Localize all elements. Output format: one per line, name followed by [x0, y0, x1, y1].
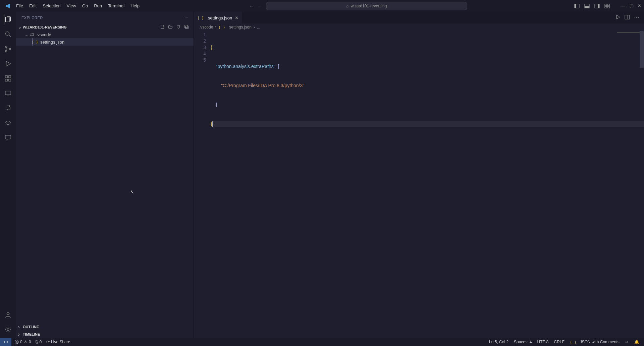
status-feedback-icon[interactable]: ☺ [625, 340, 629, 344]
svg-rect-7 [607, 4, 609, 6]
breadcrumb[interactable]: .vscode › settings.json › ... [194, 23, 644, 31]
status-encoding[interactable]: UTF-8 [537, 340, 548, 344]
activity-account-icon[interactable] [4, 310, 12, 319]
file-tree: .vscode settings.json [16, 31, 194, 323]
tab-label: settings.json [208, 15, 232, 20]
refresh-icon[interactable] [176, 24, 181, 30]
tree-folder-label: .vscode [36, 32, 51, 37]
search-icon: ⌕ [346, 4, 348, 8]
tab-close-icon[interactable]: ✕ [235, 15, 238, 20]
activity-python-icon[interactable] [4, 104, 12, 112]
line-gutter: 1 2 3 4 5 [194, 31, 211, 338]
status-live-share[interactable]: ⟳Live Share [46, 340, 70, 344]
minimize-icon[interactable]: — [621, 3, 626, 8]
scrollbar-thumb[interactable] [640, 31, 644, 68]
section-timeline[interactable]: Timeline [16, 331, 194, 338]
activity-extensions-icon[interactable] [4, 74, 12, 83]
code-token: "python.analysis.extraPaths" [216, 64, 275, 69]
breadcrumb-file[interactable]: settings.json [229, 25, 252, 30]
svg-rect-15 [5, 76, 7, 78]
titlebar: File Edit Selection View Go Run Terminal… [0, 0, 644, 12]
menu-help[interactable]: Help [128, 2, 142, 10]
split-editor-icon[interactable] [625, 14, 630, 21]
code-token: : [ [275, 64, 279, 69]
remote-indicator[interactable] [0, 338, 11, 346]
section-outline[interactable]: Outline [16, 323, 194, 331]
activity-search-icon[interactable] [4, 30, 12, 39]
tree-folder-vscode[interactable]: .vscode [16, 31, 194, 38]
chevron-right-icon [18, 332, 23, 337]
status-cursor-pos[interactable]: Ln 5, Col 2 [489, 340, 508, 344]
sidebar-more-icon[interactable]: ⋯ [184, 15, 189, 20]
close-icon[interactable]: ✕ [638, 3, 641, 8]
toggle-secondary-sidebar-icon[interactable] [594, 3, 600, 9]
tab-settings-json[interactable]: settings.json ✕ [194, 12, 242, 23]
menu-view[interactable]: View [64, 2, 79, 10]
svg-rect-18 [9, 76, 11, 78]
breadcrumb-folder[interactable]: .vscode [199, 25, 213, 30]
svg-point-23 [7, 329, 9, 331]
status-bell-icon[interactable]: 🔔 [634, 340, 639, 344]
toggle-primary-sidebar-icon[interactable] [574, 3, 580, 9]
text-cursor [212, 121, 213, 127]
breadcrumb-sep: › [215, 25, 216, 30]
command-center-text: wizard101-reversing [351, 4, 387, 8]
activity-run-debug-icon[interactable] [4, 59, 12, 68]
status-language[interactable]: JSON with Comments [570, 340, 620, 344]
menu-selection[interactable]: Selection [40, 2, 63, 10]
collapse-all-icon[interactable] [184, 24, 189, 30]
more-icon[interactable]: ⋯ [634, 14, 639, 21]
activity-share-icon[interactable] [4, 118, 12, 127]
nav-back-icon[interactable]: ← [249, 3, 254, 8]
new-file-icon[interactable] [160, 24, 165, 30]
status-eol[interactable]: CRLF [554, 340, 564, 344]
activity-source-control-icon[interactable] [4, 45, 12, 53]
svg-point-12 [5, 46, 7, 48]
json-file-icon [218, 25, 225, 30]
vscode-logo-icon [5, 3, 11, 9]
code-editor[interactable]: 1 2 3 4 5 { "python.analysis.extraPaths"… [194, 31, 644, 338]
minimap[interactable] [607, 31, 644, 338]
tree-file-settings[interactable]: settings.json [16, 38, 194, 46]
live-share-label: Live Share [51, 340, 70, 344]
activity-remote-icon[interactable] [4, 89, 12, 98]
json-file-icon [197, 16, 204, 20]
svg-point-22 [7, 312, 9, 315]
folder-icon [30, 32, 34, 38]
window-controls: — ▢ ✕ [621, 3, 641, 8]
activity-settings-icon[interactable] [4, 325, 12, 334]
svg-point-13 [5, 50, 7, 52]
svg-rect-5 [598, 4, 599, 8]
status-ports[interactable]: ⎘0 [36, 340, 42, 344]
breadcrumb-more[interactable]: ... [257, 25, 260, 30]
chevron-down-icon [25, 32, 30, 37]
run-icon[interactable] [615, 14, 621, 21]
line-number: 1 [194, 32, 206, 38]
activity-explorer-icon[interactable] [4, 15, 12, 24]
statusbar: ⓧ0 ⚠0 ⎘0 ⟳Live Share Ln 5, Col 2 Spaces:… [0, 338, 644, 346]
menu-edit[interactable]: Edit [26, 2, 39, 10]
toggle-panel-icon[interactable] [584, 3, 590, 9]
section-label: Outline [23, 325, 39, 329]
menu-terminal[interactable]: Terminal [105, 2, 127, 10]
customize-layout-icon[interactable] [604, 3, 610, 9]
status-indent[interactable]: Spaces: 4 [514, 340, 532, 344]
menu-file[interactable]: File [13, 2, 26, 10]
command-center[interactable]: ⌕ wizard101-reversing [266, 2, 467, 10]
maximize-icon[interactable]: ▢ [630, 3, 634, 8]
menu-go[interactable]: Go [79, 2, 91, 10]
code-token: ] [216, 102, 217, 107]
nav-forward-icon: → [257, 3, 261, 8]
new-folder-icon[interactable] [168, 24, 173, 30]
menu-run[interactable]: Run [91, 2, 105, 10]
code-content[interactable]: { "python.analysis.extraPaths": [ "C:/Pr… [211, 31, 644, 338]
svg-rect-9 [607, 6, 609, 8]
status-problems[interactable]: ⓧ0 ⚠0 [15, 339, 31, 345]
svg-rect-25 [185, 26, 188, 28]
warning-count: 0 [29, 340, 31, 344]
activity-chat-icon[interactable] [4, 133, 12, 142]
svg-rect-19 [5, 91, 11, 95]
editor-scrollbar[interactable] [639, 31, 644, 338]
workspace-folder-name: WIZARD101-REVERSING [23, 25, 67, 29]
workspace-folder-row[interactable]: WIZARD101-REVERSING [16, 23, 194, 31]
